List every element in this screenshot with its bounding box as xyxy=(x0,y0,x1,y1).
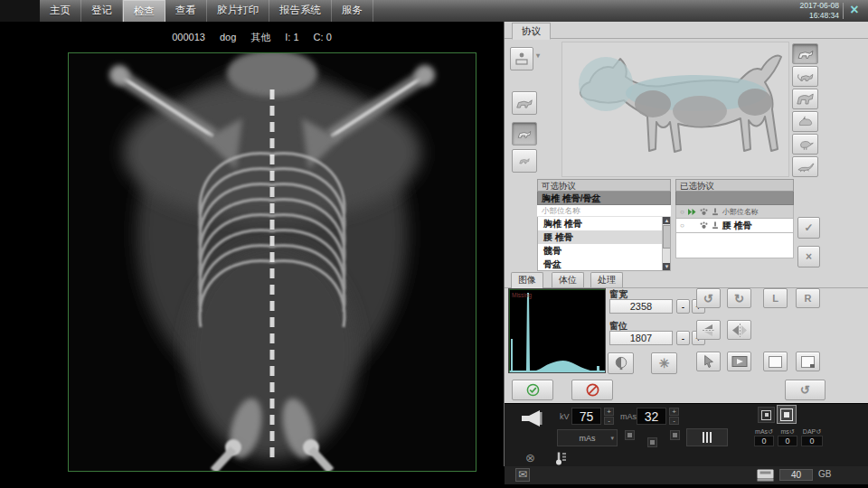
tab-image[interactable]: 图像 xyxy=(511,272,543,288)
mode-dropdown-caret: ▾ xyxy=(610,435,614,442)
scroll-up-icon[interactable]: ▲ xyxy=(663,217,671,224)
kv-minus-button[interactable]: - xyxy=(604,417,614,425)
dap-readout-value: 0 xyxy=(801,436,823,446)
xray-tube-icon xyxy=(521,409,544,427)
aec-chamber-center-button[interactable] xyxy=(647,437,657,447)
titlebar-separator xyxy=(843,3,844,19)
chosen-protocol-row[interactable]: ○ 腰 椎骨 xyxy=(675,219,794,233)
menu-item-exam[interactable]: 检查 xyxy=(123,0,165,22)
stand-position-icon xyxy=(712,208,719,216)
sub-view-button[interactable] xyxy=(796,352,820,371)
reject-image-button[interactable] xyxy=(571,380,613,400)
menu-item-home[interactable]: 主页 xyxy=(40,0,81,22)
mas-minus-button[interactable]: - xyxy=(669,417,679,425)
datetime-display: 2017-06-08 16:48:34 xyxy=(800,1,839,20)
status-bar: ✉ 40 GB xyxy=(504,466,868,484)
dog-size-medium-button[interactable] xyxy=(512,122,537,145)
flip-horizontal-button[interactable] xyxy=(727,320,751,340)
chosen-group-bar xyxy=(675,192,794,205)
menu-item-service[interactable]: 服务 xyxy=(332,0,373,22)
protocol-row[interactable]: 骨盆 xyxy=(538,258,670,271)
menu-item-report-system[interactable]: 报告系统 xyxy=(269,0,332,22)
main-menu: 主页 登记 检查 查看 胶片打印 报告系统 服务 xyxy=(40,0,373,22)
full-view-button[interactable] xyxy=(763,352,788,371)
histogram-panel: Missing xyxy=(508,288,606,373)
program-select-button[interactable] xyxy=(510,47,533,70)
invert-contrast-button[interactable] xyxy=(608,352,634,374)
species-horse-button[interactable] xyxy=(792,89,818,109)
rotate-ccw-button[interactable]: ↺ xyxy=(696,288,721,308)
window-width-value: 2358 xyxy=(609,299,673,314)
protocol-confirm-button[interactable]: ✓ xyxy=(797,217,820,239)
menu-item-film-print[interactable]: 胶片打印 xyxy=(207,0,269,22)
dog-size-small-button[interactable] xyxy=(512,149,537,173)
small-focus-button[interactable] xyxy=(758,407,775,423)
mas-readout: mAs↺ 0 xyxy=(754,427,774,446)
dap-readout-icon: DAP xyxy=(803,428,816,435)
program-dropdown-caret[interactable]: ▾ xyxy=(536,52,540,60)
dog-anatomy-diagram[interactable] xyxy=(562,42,788,176)
lizard-icon xyxy=(796,161,816,173)
category-label: 其他 xyxy=(250,32,270,42)
paw-icon xyxy=(700,221,708,230)
hip-region xyxy=(738,89,772,116)
menu-item-view[interactable]: 查看 xyxy=(165,0,207,22)
marker-left-button[interactable]: L xyxy=(763,288,788,308)
protocol-tab-row: 协议 xyxy=(505,22,868,39)
application-window: 主页 登记 检查 查看 胶片打印 报告系统 服务 2017-06-08 16:4… xyxy=(0,0,868,488)
dog-size-large-button[interactable] xyxy=(512,91,537,115)
protocol-group-header: 胸椎 椎骨/骨盆 xyxy=(537,192,671,205)
species-cat-button[interactable] xyxy=(792,66,818,87)
grid-button[interactable] xyxy=(686,428,728,446)
scroll-down-icon[interactable]: ▼ xyxy=(663,263,671,270)
mas-plus-button[interactable]: + xyxy=(669,408,679,416)
exposure-mode-select[interactable]: mAs ▾ xyxy=(557,429,618,446)
kv-value: 75 xyxy=(571,408,601,425)
tab-protocol[interactable]: 协议 xyxy=(512,23,551,40)
x-icon: × xyxy=(806,250,812,263)
marker-l-label: L xyxy=(772,293,778,304)
species-bird-button[interactable] xyxy=(792,134,818,155)
protocol-row[interactable]: 胸椎 椎骨 xyxy=(538,217,670,230)
marker-right-button[interactable]: R xyxy=(796,288,820,308)
horse-icon xyxy=(796,92,816,106)
view-image-button[interactable] xyxy=(727,352,751,371)
scrollbar-thumb[interactable] xyxy=(663,225,671,249)
kv-plus-button[interactable]: + xyxy=(604,408,614,416)
message-envelope-icon[interactable]: ✉ xyxy=(515,468,530,482)
close-button[interactable]: × xyxy=(845,1,863,19)
large-focus-button[interactable] xyxy=(777,405,797,424)
aec-chamber-right-button[interactable] xyxy=(670,430,680,440)
species-dog-button[interactable] xyxy=(792,43,818,64)
protocol-remove-button[interactable]: × xyxy=(797,246,820,267)
mas-readout-value: 0 xyxy=(754,436,774,446)
chosen-protocols-list: 已选协议 ○ 小部位名称 ○ 腰 椎骨 xyxy=(675,179,794,271)
image-tab-row: 图像 体位 处理 xyxy=(505,272,868,288)
status-circle-icon: ○ xyxy=(680,221,684,230)
rotate-cw-button[interactable]: ↻ xyxy=(727,288,751,308)
mas-value: 32 xyxy=(637,408,666,425)
aec-chamber-left-button[interactable] xyxy=(625,430,635,440)
xray-radiograph xyxy=(69,53,476,471)
reset-button[interactable]: ↺ xyxy=(785,380,826,400)
species-reptile-button[interactable] xyxy=(792,156,818,177)
protocol-row-selected[interactable]: 腰 椎骨 xyxy=(538,230,670,244)
window-level-minus-button[interactable]: - xyxy=(676,331,690,345)
xray-image-frame[interactable] xyxy=(68,52,476,472)
transfer-icon xyxy=(688,209,696,215)
protocol-row[interactable]: 髋骨 xyxy=(538,244,670,258)
tab-processing[interactable]: 处理 xyxy=(590,272,623,287)
menu-item-register[interactable]: 登记 xyxy=(81,0,123,22)
scrollbar[interactable]: ▲ ▼ xyxy=(662,217,670,270)
species-rabbit-button[interactable] xyxy=(792,111,818,132)
window-width-minus-button[interactable]: - xyxy=(676,299,690,314)
image-effects-button[interactable]: ✳ xyxy=(651,352,677,374)
medium-dog-icon xyxy=(516,128,533,140)
pointer-tool-button[interactable] xyxy=(696,352,721,371)
flip-vertical-button[interactable] xyxy=(696,320,721,340)
window-level-value: 1807 xyxy=(609,331,673,345)
accept-image-button[interactable] xyxy=(512,380,553,400)
tab-position[interactable]: 体位 xyxy=(552,272,584,287)
xray-disabled-icon: ⊗ xyxy=(525,451,535,465)
dog-icon xyxy=(796,48,816,61)
